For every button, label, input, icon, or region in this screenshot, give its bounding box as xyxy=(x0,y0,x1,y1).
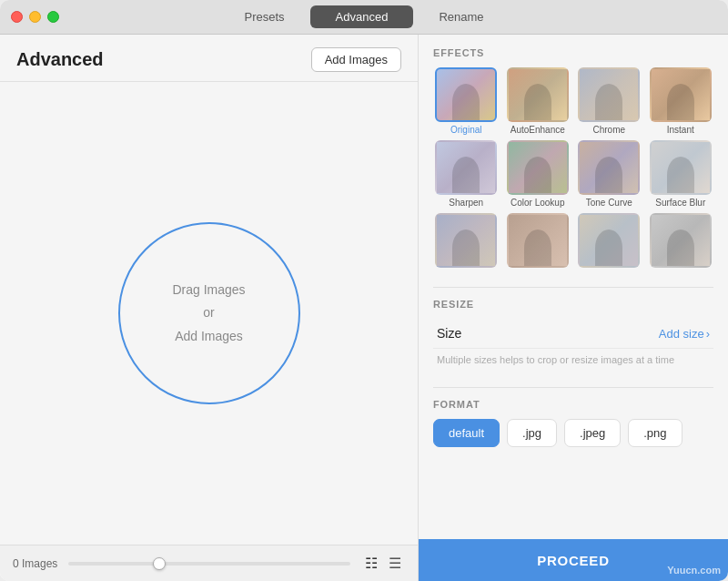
drop-area[interactable]: Drag Images or Add Images xyxy=(0,82,418,545)
resize-divider xyxy=(433,287,713,288)
effect-label-surfaceblur: Surface Blur xyxy=(655,198,705,208)
resize-hint: Multiple sizes helps to crop or resize i… xyxy=(433,349,713,374)
traffic-lights xyxy=(11,11,59,23)
grid-view-button[interactable]: ☷ xyxy=(361,553,381,574)
left-header: Advanced Add Images xyxy=(0,35,418,82)
effect-label-original: Original xyxy=(450,125,481,135)
thumb-content-chrome xyxy=(580,69,638,120)
thumb-content-autoenhance xyxy=(509,69,567,120)
effects-section-label: EFFECTS xyxy=(433,47,713,58)
left-footer: 0 Images ☷ ☰ xyxy=(0,545,418,581)
effect-instant[interactable]: Instant xyxy=(648,67,714,135)
format-buttons: default .jpg .jpeg .png xyxy=(433,419,713,447)
chevron-right-icon: › xyxy=(706,327,710,341)
format-section-label: FORMAT xyxy=(433,399,713,410)
drop-text-line1: Drag Images xyxy=(172,279,245,301)
image-count: 0 Images xyxy=(13,557,57,570)
add-size-link[interactable]: Add size › xyxy=(659,327,710,341)
effect-row3b[interactable] xyxy=(505,213,571,270)
effect-row3d[interactable] xyxy=(648,213,714,270)
effect-thumb-colorlookup xyxy=(507,140,569,195)
right-scroll: EFFECTS Original AutoEnhance xyxy=(419,35,728,581)
effect-sharpen[interactable]: Sharpen xyxy=(433,140,500,208)
list-view-button[interactable]: ☰ xyxy=(385,553,405,574)
effects-grid: Original AutoEnhance Chrome xyxy=(433,67,713,270)
effect-thumb-chrome xyxy=(578,67,640,122)
panel-title: Advanced xyxy=(16,49,104,70)
title-bar: Presets Advanced Rename xyxy=(0,0,728,35)
thumb-content-row3b xyxy=(509,215,567,266)
effect-thumb-row3b xyxy=(507,213,569,268)
effect-autoenhance[interactable]: AutoEnhance xyxy=(505,67,571,135)
thumb-content-original xyxy=(437,69,495,120)
proceed-bar[interactable]: PROCEED Yuucn.com xyxy=(419,539,728,581)
effect-thumb-row3c xyxy=(578,213,640,268)
effect-label-sharpen: Sharpen xyxy=(449,198,483,208)
thumb-content-row3c xyxy=(580,215,638,266)
tab-bar: Presets Advanced Rename xyxy=(218,5,509,28)
effect-label-colorlookup: Color Lookup xyxy=(511,198,564,208)
format-section: FORMAT default .jpg .jpeg .png xyxy=(433,399,713,447)
drop-text-line2: or xyxy=(203,301,214,324)
view-toggles: ☷ ☰ xyxy=(361,553,405,574)
resize-row: Size Add size › xyxy=(433,319,713,349)
thumb-content-colorlookup xyxy=(509,142,567,193)
left-panel: Advanced Add Images Drag Images or Add I… xyxy=(0,35,419,581)
resize-size-label: Size xyxy=(437,326,461,341)
format-png-button[interactable]: .png xyxy=(628,419,682,447)
effect-row3c[interactable] xyxy=(576,213,642,270)
effect-tonecurve[interactable]: Tone Curve xyxy=(576,140,642,208)
effect-thumb-row3d xyxy=(650,213,712,268)
main-layout: Advanced Add Images Drag Images or Add I… xyxy=(0,35,728,581)
zoom-slider[interactable] xyxy=(68,562,350,566)
effect-thumb-tonecurve xyxy=(578,140,640,195)
format-default-button[interactable]: default xyxy=(433,419,500,447)
tab-rename[interactable]: Rename xyxy=(413,5,509,28)
effect-thumb-autoenhance xyxy=(507,67,569,122)
close-button[interactable] xyxy=(11,11,23,23)
drop-circle: Drag Images or Add Images xyxy=(118,222,300,404)
effect-label-instant: Instant xyxy=(667,125,694,135)
tab-presets[interactable]: Presets xyxy=(218,5,309,28)
resize-section: RESIZE Size Add size › Multiple sizes he… xyxy=(433,299,713,374)
add-images-button[interactable]: Add Images xyxy=(311,47,401,72)
effect-thumb-instant xyxy=(650,67,712,122)
effect-thumb-surfaceblur xyxy=(650,140,712,195)
thumb-content-row3d xyxy=(652,215,710,266)
effect-surfaceblur[interactable]: Surface Blur xyxy=(648,140,714,208)
watermark: Yuucn.com xyxy=(667,565,721,576)
minimize-button[interactable] xyxy=(29,11,41,23)
thumb-content-tonecurve xyxy=(580,142,638,193)
effect-original[interactable]: Original xyxy=(433,67,500,135)
format-jpg-button[interactable]: .jpg xyxy=(507,419,557,447)
effect-label-autoenhance: AutoEnhance xyxy=(511,125,565,135)
thumb-content-sharpen xyxy=(437,142,495,193)
resize-section-label: RESIZE xyxy=(433,299,713,310)
effect-label-tonecurve: Tone Curve xyxy=(586,198,632,208)
drop-text-line3: Add Images xyxy=(175,325,243,348)
effect-label-chrome: Chrome xyxy=(592,125,625,135)
effect-thumb-row3a xyxy=(435,213,497,268)
format-jpeg-button[interactable]: .jpeg xyxy=(564,419,621,447)
proceed-label: PROCEED xyxy=(537,553,609,568)
thumb-content-instant xyxy=(652,69,710,120)
thumb-content-surfaceblur xyxy=(652,142,710,193)
thumb-content-row3a xyxy=(437,215,495,266)
effect-chrome[interactable]: Chrome xyxy=(576,67,642,135)
format-divider xyxy=(433,387,713,388)
right-wrapper: EFFECTS Original AutoEnhance xyxy=(419,35,728,581)
effect-row3a[interactable] xyxy=(433,213,500,270)
effect-colorlookup[interactable]: Color Lookup xyxy=(505,140,571,208)
effect-thumb-sharpen xyxy=(435,140,497,195)
tab-advanced[interactable]: Advanced xyxy=(310,5,414,28)
effect-thumb-original xyxy=(435,67,497,122)
maximize-button[interactable] xyxy=(47,11,59,23)
slider-thumb xyxy=(153,557,166,570)
